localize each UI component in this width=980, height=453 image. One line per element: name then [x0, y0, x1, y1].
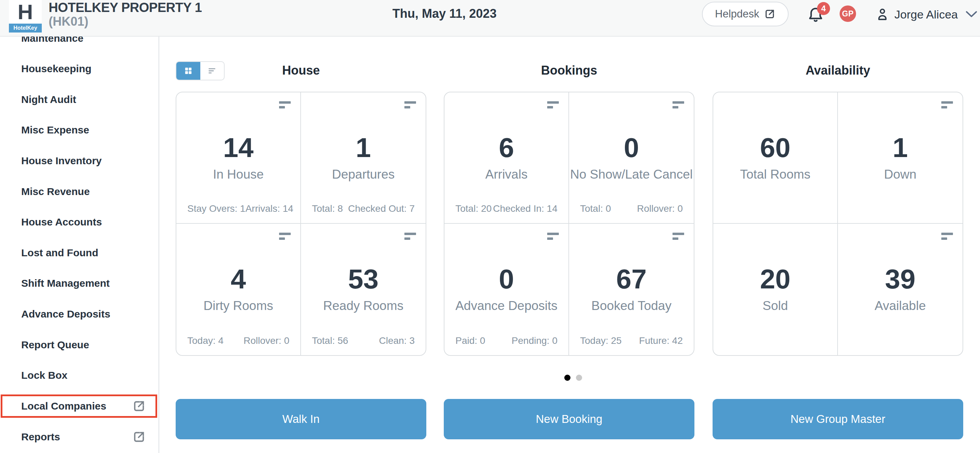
sidebar: Maintenance Housekeeping Night Audit Mis… — [0, 36, 159, 453]
helpdesk-label: Helpdesk — [715, 8, 759, 20]
card-label: Sold — [762, 298, 788, 314]
property-title-block: HOTELKEY PROPERTY 1 (HK01) — [49, 1, 202, 29]
sidebar-item-label: Maintenance — [21, 36, 84, 44]
sort-bars-icon[interactable] — [404, 101, 416, 111]
sort-bars-icon[interactable] — [673, 233, 684, 242]
notification-badge: 4 — [817, 2, 830, 15]
sidebar-item-reports[interactable]: Reports — [0, 421, 159, 452]
card-value: 0 — [499, 265, 514, 293]
sidebar-item-label: Advance Deposits — [21, 308, 110, 320]
sidebar-item-label: House Inventory — [21, 155, 102, 166]
sidebar-item-label: Reports — [21, 431, 60, 443]
card-label: Available — [875, 298, 926, 314]
card-label: In House — [213, 167, 264, 182]
sort-bars-icon[interactable] — [547, 101, 559, 111]
header: H HotelKey HOTELKEY PROPERTY 1 (HK01) Th… — [0, 0, 980, 36]
business-date: Thu, May 11, 2023 — [392, 7, 496, 21]
card-label: No Show/Late Cancel — [570, 167, 693, 182]
user-name: Jorge Alicea — [894, 8, 958, 21]
carousel-dot-2[interactable] — [576, 375, 582, 381]
list-lines-icon — [207, 67, 216, 75]
card-booked-today[interactable]: 67 Booked Today Today: 25Future: 42 — [569, 224, 694, 355]
card-in-house[interactable]: 14 In House Stay Overs: 1Arrivals: 14 — [177, 92, 301, 224]
sort-bars-icon[interactable] — [279, 101, 291, 111]
grid-icon — [184, 67, 193, 75]
card-value: 53 — [348, 265, 379, 293]
card-down[interactable]: 1 Down — [838, 92, 963, 224]
card-value: 0 — [624, 133, 639, 162]
card-stat-right: Checked Out: 7 — [348, 203, 415, 214]
card-stat-right: Arrivals: 14 — [245, 203, 293, 214]
sidebar-item-label: Misc Revenue — [21, 186, 90, 197]
sidebar-item-shift-management[interactable]: Shift Management — [0, 268, 159, 299]
property-code: (HK01) — [49, 14, 202, 29]
sort-bars-icon[interactable] — [941, 233, 953, 242]
sidebar-item-house-inventory[interactable]: House Inventory — [0, 146, 159, 176]
sort-bars-icon[interactable] — [941, 101, 953, 111]
sidebar-item-report-queue[interactable]: Report Queue — [0, 329, 159, 360]
card-ready-rooms[interactable]: 53 Ready Rooms Total: 56Clean: 3 — [301, 224, 426, 355]
card-arrivals[interactable]: 6 Arrivals Total: 20Checked In: 14 — [444, 92, 569, 224]
sort-bars-icon[interactable] — [673, 101, 684, 111]
card-dirty-rooms[interactable]: 4 Dirty Rooms Today: 4Rollover: 0 — [177, 224, 301, 355]
card-stat-left: Total: 20 — [455, 203, 492, 214]
sidebar-item-label: Night Audit — [21, 94, 76, 105]
card-stat-right: Checked In: 14 — [493, 203, 557, 214]
sidebar-item-label: Misc Expense — [21, 124, 89, 136]
sidebar-item-local-companies[interactable]: Local Companies — [0, 391, 159, 421]
notifications-button[interactable]: 4 — [807, 4, 831, 28]
card-stat-left: Stay Overs: 1 — [187, 203, 245, 214]
card-label: Advance Deposits — [455, 298, 557, 314]
external-link-icon — [132, 430, 146, 444]
sort-bars-icon[interactable] — [279, 233, 291, 242]
sidebar-item-label: House Accounts — [21, 216, 102, 228]
sort-bars-icon[interactable] — [547, 233, 559, 242]
card-total-rooms[interactable]: 60 Total Rooms — [713, 92, 838, 224]
list-view-button[interactable] — [200, 62, 224, 80]
sidebar-item-misc-revenue[interactable]: Misc Revenue — [0, 176, 159, 207]
card-value: 20 — [760, 265, 791, 293]
sidebar-item-night-audit[interactable]: Night Audit — [0, 84, 159, 115]
sidebar-item-maintenance[interactable]: Maintenance — [0, 36, 159, 54]
card-available[interactable]: 39 Available — [838, 224, 963, 355]
sidebar-item-label: Lock Box — [21, 369, 67, 381]
card-no-show-late-cancel[interactable]: 0 No Show/Late Cancel Total: 0Rollover: … — [569, 92, 694, 224]
logo-brand: HotelKey — [9, 24, 42, 33]
card-label: Arrivals — [485, 167, 527, 182]
external-link-icon — [764, 8, 776, 20]
grid-view-button[interactable] — [177, 62, 200, 80]
card-value: 67 — [616, 265, 647, 293]
walk-in-button[interactable]: Walk In — [176, 399, 426, 439]
new-booking-button[interactable]: New Booking — [444, 399, 694, 439]
card-value: 1 — [892, 133, 908, 162]
carousel-dot-1[interactable] — [564, 375, 571, 381]
card-sold[interactable]: 20 Sold — [713, 224, 838, 355]
card-stat-left: Total: 8 — [312, 203, 343, 214]
card-stat-right: Pending: 0 — [512, 335, 557, 346]
card-advance-deposits[interactable]: 0 Advance Deposits Paid: 0Pending: 0 — [444, 224, 569, 355]
property-name: HOTELKEY PROPERTY 1 — [49, 1, 202, 14]
card-value: 14 — [223, 133, 254, 162]
sidebar-item-misc-expense[interactable]: Misc Expense — [0, 115, 159, 146]
sidebar-item-house-accounts[interactable]: House Accounts — [0, 207, 159, 238]
sort-bars-icon[interactable] — [404, 233, 416, 242]
sidebar-item-advance-deposits[interactable]: Advance Deposits — [0, 299, 159, 329]
avatar[interactable]: GP — [840, 5, 856, 22]
sidebar-item-lost-and-found[interactable]: Lost and Found — [0, 238, 159, 268]
availability-card-grid: 60 Total Rooms 1 Down 20 Sold 39 Availab… — [713, 92, 963, 356]
card-stat-right: Rollover: 0 — [637, 203, 683, 214]
new-group-master-button[interactable]: New Group Master — [713, 399, 963, 439]
user-menu[interactable]: Jorge Alicea — [875, 5, 978, 24]
sidebar-item-housekeeping[interactable]: Housekeeping — [0, 53, 159, 84]
logo-letter: H — [9, 0, 42, 24]
section-title-bookings: Bookings — [444, 63, 694, 78]
card-stat-left: Today: 4 — [187, 335, 224, 346]
card-departures[interactable]: 1 Departures Total: 8Checked Out: 7 — [301, 92, 426, 224]
external-link-icon — [132, 399, 146, 413]
helpdesk-button[interactable]: Helpdesk — [702, 2, 789, 26]
sidebar-item-lock-box[interactable]: Lock Box — [0, 360, 159, 391]
carousel-dots — [564, 375, 582, 381]
card-value: 60 — [760, 133, 791, 162]
card-value: 1 — [356, 133, 371, 162]
card-stat-left: Today: 25 — [580, 335, 622, 346]
